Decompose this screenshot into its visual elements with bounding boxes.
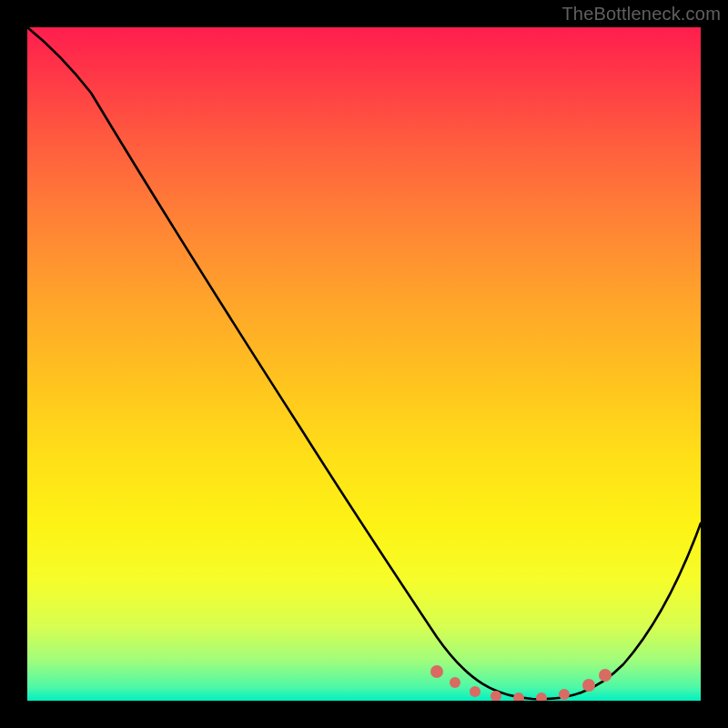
marker-dot — [582, 679, 595, 692]
marker-dot — [536, 693, 547, 701]
curve-layer — [27, 27, 701, 701]
plot-area — [27, 27, 701, 701]
bottleneck-curve — [27, 27, 701, 699]
marker-dot — [450, 677, 460, 688]
marker-dot — [599, 669, 612, 682]
chart-frame: TheBottleneck.com — [0, 0, 728, 728]
marker-dot — [513, 693, 524, 701]
marker-dot — [430, 665, 443, 678]
marker-dot — [559, 689, 570, 700]
marker-dot — [470, 686, 480, 697]
watermark-text: TheBottleneck.com — [561, 4, 721, 25]
